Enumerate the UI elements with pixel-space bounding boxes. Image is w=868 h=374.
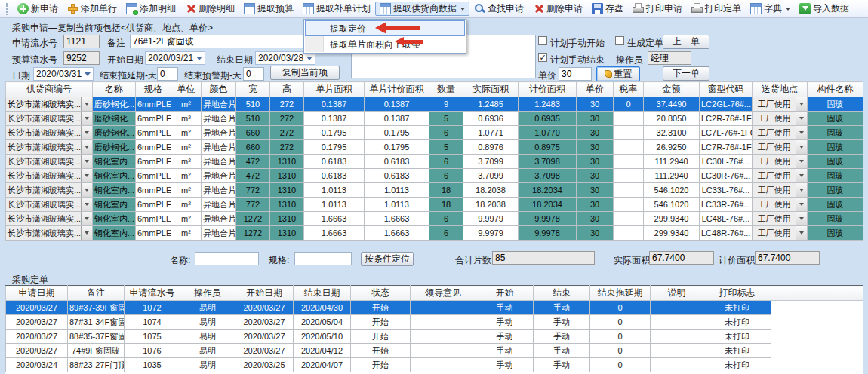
toolbar-print-order-button[interactable]: 打印定单 <box>687 2 746 16</box>
toolbar-extract-supplier-data-button[interactable]: 提取供货商数据 <box>375 2 469 16</box>
detail-cell[interactable]: 异地合片 <box>202 226 236 241</box>
reset-button[interactable]: 重置 <box>596 66 640 81</box>
detail-cell[interactable]: 6 <box>429 155 463 169</box>
operator-input[interactable] <box>648 51 691 65</box>
detail-cell[interactable]: 异地合片 <box>202 212 236 226</box>
detail-cell[interactable]: 1310 <box>270 155 304 169</box>
order-cell[interactable]: 易明 <box>180 315 235 330</box>
order-cell[interactable] <box>651 315 703 330</box>
toolbar-extract-supplement-plan-button[interactable]: 提取补单计划 <box>298 2 375 16</box>
detail-cell[interactable]: 3.7099 <box>463 155 519 169</box>
detail-cell[interactable]: 6mmPLE... <box>136 212 171 226</box>
chevron-down-icon[interactable] <box>81 183 92 197</box>
delivery-combo-cell[interactable]: 工厂使用 <box>753 183 808 198</box>
chevron-down-icon[interactable] <box>796 226 807 240</box>
order-cell[interactable]: 2020/04/30 <box>294 301 351 315</box>
detail-row[interactable]: 长沙市潇湘玻璃实...钢化室内...6mmPLE...m²异地合片7721310… <box>6 198 863 212</box>
order-row[interactable]: 2020/03/2789#37-39F窗固玻1072易明2020/03/2720… <box>6 301 863 315</box>
detail-cell[interactable]: 异地合片 <box>202 183 236 198</box>
order-cell[interactable]: 易明 <box>180 330 235 344</box>
order-cell[interactable]: 87#31-34F窗固玻 <box>68 315 125 330</box>
toolbar-add-detail-button[interactable]: 添加明细 <box>122 2 180 16</box>
detail-cell[interactable]: 异地合片 <box>202 198 236 212</box>
delivery-combo-cell[interactable]: 工厂使用 <box>753 212 808 226</box>
delivery-combo-cell[interactable]: 工厂使用 <box>753 226 808 241</box>
detail-cell[interactable]: 9 <box>429 97 463 112</box>
detail-cell[interactable]: 1310 <box>270 169 304 183</box>
detail-cell[interactable]: 6mmPLE... <box>136 183 171 198</box>
chevron-down-icon[interactable] <box>81 112 92 125</box>
detail-cell[interactable]: 0.8976 <box>463 140 519 155</box>
order-row[interactable]: 2020/03/2488#23-27F门顶玻1035易明2020/03/2520… <box>6 358 863 372</box>
detail-cell[interactable]: 1.6663 <box>365 212 429 226</box>
supplier-combo-cell[interactable]: 长沙市潇湘玻璃实... <box>6 212 93 226</box>
detail-cell[interactable]: LC33L-76#... <box>700 183 753 198</box>
detail-cell[interactable]: 9.9979 <box>463 226 519 241</box>
detail-cell[interactable]: 1.0113 <box>365 198 429 212</box>
order-cell[interactable]: 手动 <box>476 301 534 315</box>
order-cell[interactable]: 1076 <box>125 344 180 358</box>
order-cell[interactable]: 2020/03/27 <box>6 315 68 330</box>
detail-cell[interactable]: 1310 <box>270 226 304 241</box>
detail-cell[interactable]: 6mmPLE... <box>136 198 171 212</box>
detail-cell[interactable]: 异地合片 <box>202 97 236 112</box>
order-cell[interactable]: 89#37-39F窗固玻 <box>68 301 125 315</box>
detail-cell[interactable]: 0.1387 <box>365 112 429 126</box>
toolbar-delete-request-button[interactable]: 删除申请 <box>528 2 587 16</box>
supplier-combo-cell[interactable]: 长沙市潇湘玻璃实... <box>6 183 93 198</box>
detail-cell[interactable]: 472 <box>236 155 270 169</box>
prev-order-button[interactable]: 上一单 <box>663 35 709 49</box>
detail-cell[interactable]: 37.4490 <box>644 97 700 112</box>
detail-cell[interactable]: 6mmPLE... <box>136 140 171 155</box>
order-cell[interactable] <box>651 344 703 358</box>
supplier-combo-cell[interactable]: 长沙市潇湘玻璃实... <box>6 126 93 140</box>
detail-cell[interactable]: m² <box>171 226 202 241</box>
detail-cell[interactable]: 钢化室内... <box>93 198 136 212</box>
order-cell[interactable]: 开始 <box>351 315 411 330</box>
order-cell[interactable]: 0 <box>590 301 651 315</box>
detail-row[interactable]: 长沙市潇湘玻璃实...磨砂钢化...6mmPLE...m²异地合片6602720… <box>6 140 863 155</box>
detail-cell[interactable]: 9.9979 <box>463 212 519 226</box>
detail-cell[interactable]: LC7L-76#-1FO <box>700 126 753 140</box>
toolbar-find-request-button[interactable]: 查找申请 <box>469 2 528 16</box>
detail-cell[interactable]: 272 <box>270 112 304 126</box>
detail-cell[interactable]: 6mmPLE... <box>136 169 171 183</box>
detail-cell[interactable]: 0.6936 <box>463 112 519 126</box>
detail-cell[interactable]: 磨砂钢化... <box>93 140 136 155</box>
detail-cell[interactable]: 6mmPLE... <box>136 155 171 169</box>
detail-cell[interactable]: 6 <box>429 169 463 183</box>
detail-cell[interactable]: 30 <box>577 112 614 126</box>
order-cell[interactable]: 易明 <box>180 358 235 372</box>
order-cell[interactable]: 手动 <box>534 315 590 330</box>
start-date-picker[interactable]: 2020/03/21 <box>145 51 205 65</box>
detail-cell[interactable]: m² <box>171 112 202 126</box>
chevron-down-icon[interactable] <box>796 155 807 168</box>
detail-row[interactable]: 长沙市潇湘玻璃实...钢化室内...6mmPLE...m²异地合片7721310… <box>6 183 863 198</box>
delivery-combo-cell[interactable]: 工厂使用 <box>753 140 808 155</box>
toolbar-import-data-button[interactable]: 导入数据 <box>795 2 854 16</box>
detail-cell[interactable]: 30 <box>577 212 614 226</box>
detail-cell[interactable]: 固玻 <box>808 112 863 126</box>
detail-cell[interactable]: LC30L-76#... <box>700 155 753 169</box>
delivery-combo-cell[interactable]: 工厂使用 <box>753 112 808 126</box>
detail-cell[interactable]: 510 <box>236 112 270 126</box>
toolbar-dictionary-button[interactable]: 字典 <box>746 2 795 16</box>
detail-cell[interactable]: 510 <box>236 97 270 112</box>
detail-cell[interactable]: m² <box>171 97 202 112</box>
order-cell[interactable]: 2020/04/07 <box>294 358 351 372</box>
order-cell[interactable]: 开始 <box>351 330 411 344</box>
detail-cell[interactable]: 18.2034 <box>519 198 577 212</box>
order-cell[interactable] <box>411 344 476 358</box>
detail-cell[interactable]: 1310 <box>270 212 304 226</box>
supplier-combo-cell[interactable]: 长沙市潇湘玻璃实... <box>6 140 93 155</box>
order-cell[interactable] <box>651 330 703 344</box>
date-picker[interactable]: 2020/03/31 <box>33 67 94 81</box>
detail-cell[interactable]: 0.6183 <box>304 155 365 169</box>
detail-cell[interactable]: 0.6183 <box>365 155 429 169</box>
order-cell[interactable] <box>651 358 703 372</box>
filter-spec-input[interactable] <box>294 252 352 265</box>
order-cell[interactable]: 2020/03/27 <box>235 344 294 358</box>
detail-cell[interactable]: 6mmPLE... <box>136 112 171 126</box>
detail-cell[interactable]: 1.0771 <box>463 126 519 140</box>
detail-cell[interactable]: 30 <box>577 169 614 183</box>
